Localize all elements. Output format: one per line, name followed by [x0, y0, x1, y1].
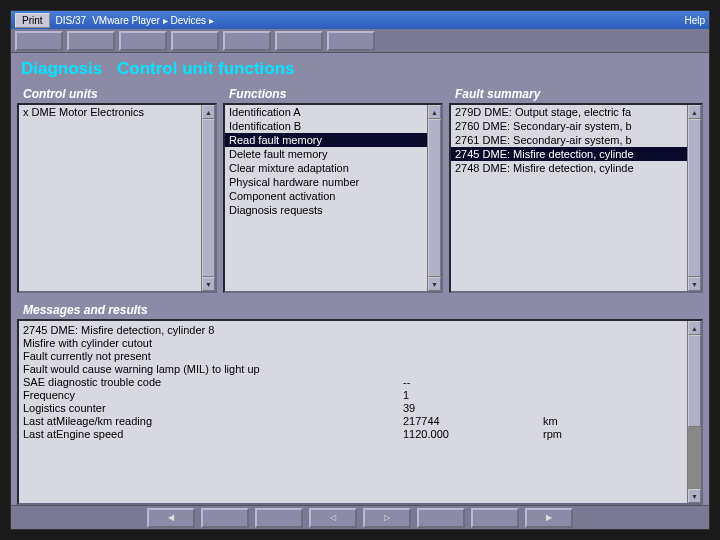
- list-item[interactable]: 2760 DME: Secondary-air system, b: [451, 119, 687, 133]
- list-item[interactable]: 2761 DME: Secondary-air system, b: [451, 133, 687, 147]
- result-label: Last atEngine speed: [23, 428, 403, 440]
- app-window: Print DIS/37 VMware Player ▸ Devices ▸ H…: [10, 10, 710, 530]
- result-label: Misfire with cylinder cutout: [23, 337, 403, 349]
- nav-button[interactable]: [255, 508, 303, 528]
- nav-first-button[interactable]: ◀: [147, 508, 195, 528]
- results-panel: Messages and results 2745 DME: Misfire d…: [17, 301, 703, 505]
- result-line: 2745 DME: Misfire detection, cylinder 8: [23, 323, 683, 336]
- list-item[interactable]: Identification B: [225, 119, 427, 133]
- nav-last-button[interactable]: ▶: [525, 508, 573, 528]
- bottom-nav: ◀ ◁ ▷ ▶: [11, 505, 709, 529]
- scrollbar[interactable]: ▲ ▼: [687, 105, 701, 291]
- control-units-header: Control units: [17, 85, 217, 103]
- top-toolbar: [11, 29, 709, 53]
- result-line: Fault currently not present: [23, 349, 683, 362]
- toolbar-button[interactable]: [327, 31, 375, 51]
- result-line: Misfire with cylinder cutout: [23, 336, 683, 349]
- result-label: 2745 DME: Misfire detection, cylinder 8: [23, 324, 403, 336]
- nav-button[interactable]: [201, 508, 249, 528]
- result-label: SAE diagnostic trouble code: [23, 376, 403, 388]
- result-unit: rpm: [543, 428, 603, 440]
- result-value: 39: [403, 402, 543, 414]
- scroll-down-icon[interactable]: ▼: [688, 489, 701, 503]
- result-value: [403, 350, 543, 362]
- scroll-down-icon[interactable]: ▼: [428, 277, 441, 291]
- functions-listbox[interactable]: Identification AIdentification BRead fau…: [223, 103, 443, 293]
- toolbar-button[interactable]: [223, 31, 271, 51]
- list-item[interactable]: 2748 DME: Misfire detection, cylinde: [451, 161, 687, 175]
- toolbar-button[interactable]: [275, 31, 323, 51]
- control-units-listbox[interactable]: x DME Motor Electronics ▲ ▼: [17, 103, 217, 293]
- panels-row: Control units x DME Motor Electronics ▲ …: [11, 85, 709, 293]
- control-units-panel: Control units x DME Motor Electronics ▲ …: [17, 85, 217, 293]
- result-line: Logistics counter39: [23, 401, 683, 414]
- list-item[interactable]: Physical hardware number: [225, 175, 427, 189]
- result-value: 217744: [403, 415, 543, 427]
- result-unit: [543, 389, 603, 401]
- nav-next-button[interactable]: ▷: [363, 508, 411, 528]
- result-value: --: [403, 376, 543, 388]
- results-listbox[interactable]: 2745 DME: Misfire detection, cylinder 8M…: [17, 319, 703, 505]
- result-line: Last atEngine speed1120.000rpm: [23, 427, 683, 440]
- list-item[interactable]: Clear mixture adaptation: [225, 161, 427, 175]
- list-item[interactable]: Read fault memory: [225, 133, 427, 147]
- scrollbar[interactable]: ▲ ▼: [687, 321, 701, 503]
- result-unit: [543, 350, 603, 362]
- nav-button[interactable]: [417, 508, 465, 528]
- breadcrumb-a: Diagnosis: [21, 59, 102, 78]
- result-line: Frequency1: [23, 388, 683, 401]
- result-value: [403, 324, 543, 336]
- result-value: 1: [403, 389, 543, 401]
- fault-summary-listbox[interactable]: 279D DME: Output stage, electric fa2760 …: [449, 103, 703, 293]
- functions-panel: Functions Identification AIdentification…: [223, 85, 443, 293]
- list-item[interactable]: 279D DME: Output stage, electric fa: [451, 105, 687, 119]
- fault-summary-panel: Fault summary 279D DME: Output stage, el…: [449, 85, 703, 293]
- scroll-up-icon[interactable]: ▲: [688, 321, 701, 335]
- result-unit: [543, 337, 603, 349]
- scroll-up-icon[interactable]: ▲: [428, 105, 441, 119]
- result-label: Frequency: [23, 389, 403, 401]
- toolbar-button[interactable]: [119, 31, 167, 51]
- breadcrumb-b: Control unit functions: [117, 59, 295, 78]
- toolbar-button[interactable]: [171, 31, 219, 51]
- scroll-up-icon[interactable]: ▲: [688, 105, 701, 119]
- list-item[interactable]: Diagnosis requests: [225, 203, 427, 217]
- result-unit: km: [543, 415, 603, 427]
- titlebar: Print DIS/37 VMware Player ▸ Devices ▸ H…: [11, 11, 709, 29]
- list-item[interactable]: Component activation: [225, 189, 427, 203]
- list-item[interactable]: Delete fault memory: [225, 147, 427, 161]
- result-value: 1120.000: [403, 428, 543, 440]
- list-item[interactable]: x DME Motor Electronics: [19, 105, 201, 119]
- nav-button[interactable]: [471, 508, 519, 528]
- toolbar-button[interactable]: [67, 31, 115, 51]
- result-line: SAE diagnostic trouble code--: [23, 375, 683, 388]
- result-unit: [543, 402, 603, 414]
- scroll-down-icon[interactable]: ▼: [688, 277, 701, 291]
- app-name: DIS/37: [56, 15, 87, 26]
- scroll-down-icon[interactable]: ▼: [202, 277, 215, 291]
- help-link[interactable]: Help: [684, 15, 705, 26]
- fault-summary-header: Fault summary: [449, 85, 703, 103]
- result-label: Last atMileage/km reading: [23, 415, 403, 427]
- result-label: Fault would cause warning lamp (MIL) to …: [23, 363, 403, 375]
- result-unit: [543, 324, 603, 336]
- result-unit: [543, 363, 603, 375]
- result-label: Fault currently not present: [23, 350, 403, 362]
- breadcrumb: Diagnosis Control unit functions: [11, 53, 709, 85]
- results-header: Messages and results: [17, 301, 703, 319]
- result-line: Last atMileage/km reading217744km: [23, 414, 683, 427]
- list-item[interactable]: 2745 DME: Misfire detection, cylinde: [451, 147, 687, 161]
- scrollbar[interactable]: ▲ ▼: [427, 105, 441, 291]
- list-item[interactable]: Identification A: [225, 105, 427, 119]
- scroll-up-icon[interactable]: ▲: [202, 105, 215, 119]
- functions-header: Functions: [223, 85, 443, 103]
- scrollbar[interactable]: ▲ ▼: [201, 105, 215, 291]
- result-value: [403, 337, 543, 349]
- print-button[interactable]: Print: [15, 13, 50, 28]
- vmware-menu[interactable]: VMware Player ▸ Devices ▸: [92, 15, 214, 26]
- nav-prev-button[interactable]: ◁: [309, 508, 357, 528]
- toolbar-button[interactable]: [15, 31, 63, 51]
- result-unit: [543, 376, 603, 388]
- result-value: [403, 363, 543, 375]
- result-label: Logistics counter: [23, 402, 403, 414]
